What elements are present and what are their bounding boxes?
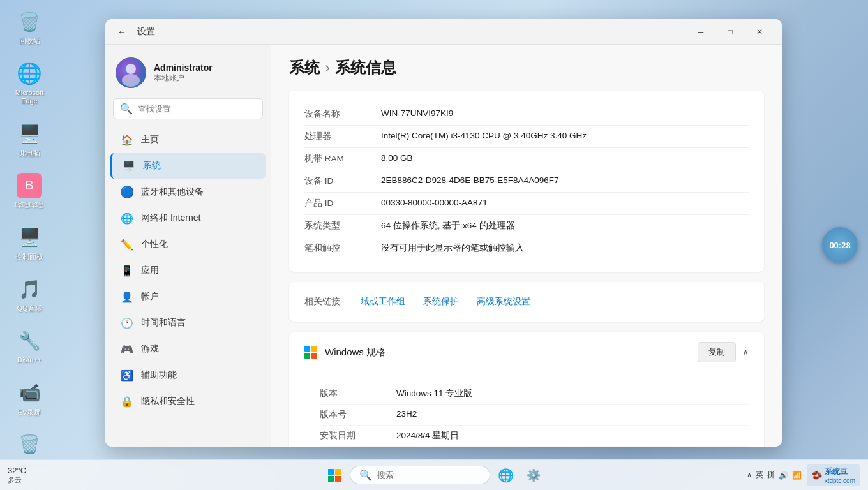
info-value-pen-touch: 没有可用于此显示器的笔或触控输入 bbox=[381, 242, 524, 254]
user-profile[interactable]: Administrator 本地账户 bbox=[105, 52, 271, 98]
back-button[interactable]: ← bbox=[113, 23, 131, 41]
start-button[interactable] bbox=[322, 463, 347, 488]
this-pc-label: 此电脑 bbox=[19, 149, 40, 158]
sidebar-item-personalization[interactable]: ✏️ 个性化 bbox=[110, 232, 266, 257]
sidebar-item-time[interactable]: 🕐 时间和语言 bbox=[110, 310, 266, 336]
lang-cn[interactable]: 拼 bbox=[767, 470, 775, 480]
clock-time: 00:28 bbox=[829, 241, 850, 250]
info-value-system-type: 64 位操作系统, 基于 x64 的处理器 bbox=[381, 220, 515, 232]
network-tray-icon[interactable]: 📶 bbox=[792, 471, 802, 480]
info-label-product-id: 产品 ID bbox=[304, 198, 381, 209]
sidebar-search[interactable]: 🔍 bbox=[113, 98, 263, 119]
spec-label-edition: 版本 bbox=[320, 388, 396, 399]
network-icon: 🌐 bbox=[121, 212, 133, 225]
system-info-card: 设备名称 WIN-77UNVI97KI9 处理器 Intel(R) Core(T… bbox=[289, 91, 764, 272]
geek-icon: 🗑️ bbox=[17, 432, 42, 457]
desktop-icon-this-pc[interactable]: 🖥️ 此电脑 bbox=[6, 119, 52, 160]
window-title: 设置 bbox=[137, 26, 155, 38]
taskbar-settings-button[interactable]: ⚙️ bbox=[521, 463, 546, 488]
specs-header-right: 复制 ∧ bbox=[698, 342, 749, 362]
sidebar-item-home[interactable]: 🏠 主页 bbox=[110, 127, 266, 152]
copy-button[interactable]: 复制 bbox=[698, 342, 736, 362]
info-label-cpu: 处理器 bbox=[304, 131, 381, 142]
rel-link-domain[interactable]: 域或工作组 bbox=[353, 292, 413, 311]
spec-value-install-date: 2024/8/4 星期日 bbox=[396, 430, 459, 442]
home-icon: 🏠 bbox=[121, 133, 133, 146]
rel-link-protection[interactable]: 系统保护 bbox=[415, 292, 467, 311]
sidebar-item-time-label: 时间和语言 bbox=[141, 317, 186, 329]
spec-row-edition: 版本 Windows 11 专业版 bbox=[320, 383, 749, 405]
title-bar: ← 设置 ─ □ ✕ bbox=[105, 19, 782, 45]
maximize-button[interactable]: □ bbox=[715, 22, 745, 42]
taskbar-left: 32°C 多云 bbox=[8, 466, 26, 485]
info-label-pen-touch: 笔和触控 bbox=[304, 242, 381, 254]
info-label-ram: 机带 RAM bbox=[304, 153, 381, 165]
breadcrumb-page: 系统信息 bbox=[335, 57, 396, 78]
user-name: Administrator bbox=[154, 63, 213, 73]
control-panel-icon: 🖥️ bbox=[17, 225, 42, 250]
ev-label: EV录屏 bbox=[18, 408, 41, 417]
taskbar-search-icon: 🔍 bbox=[359, 469, 372, 481]
sidebar-item-accounts-label: 帐户 bbox=[141, 291, 159, 302]
lang-en[interactable]: 英 bbox=[756, 470, 763, 480]
info-label-system-type: 系统类型 bbox=[304, 220, 381, 232]
info-row-device-id: 设备 ID 2EB886C2-D928-4D6E-BB75-E5F8A4A096… bbox=[304, 170, 749, 193]
recycle-bin-label: 回收站 bbox=[19, 37, 40, 45]
sidebar-item-bluetooth[interactable]: 🔵 蓝牙和其他设备 bbox=[110, 179, 266, 205]
chevron-up-tray-icon[interactable]: ∧ bbox=[747, 471, 752, 479]
sidebar-item-accessibility[interactable]: ♿ 辅助功能 bbox=[110, 362, 266, 388]
desktop-icon-ev[interactable]: 📹 EV录屏 bbox=[6, 378, 52, 419]
sidebar-item-accounts[interactable]: 👤 帐户 bbox=[110, 284, 266, 309]
desktop-icon-dism[interactable]: 🔧 Dism++ bbox=[6, 325, 52, 367]
user-info: Administrator 本地账户 bbox=[154, 63, 213, 84]
svg-rect-3 bbox=[328, 469, 334, 475]
close-button[interactable]: ✕ bbox=[745, 22, 774, 42]
desktop-icon-edge[interactable]: 🌐 MicrosoftEdge bbox=[6, 58, 52, 108]
breadcrumb: 系统 › 系统信息 bbox=[289, 57, 764, 78]
sidebar-item-gaming-label: 游戏 bbox=[141, 343, 159, 355]
desktop-icon-recycle-bin[interactable]: 🗑️ 回收站 bbox=[6, 6, 52, 48]
speaker-icon[interactable]: 🔊 bbox=[779, 471, 788, 480]
windows-specs-section: Windows 规格 复制 ∧ 版本 Windows 11 专业版 bbox=[289, 332, 764, 447]
windows-logo-icon bbox=[304, 346, 317, 359]
edge-icon: 🌐 bbox=[17, 61, 42, 86]
weather-temp: 32°C bbox=[8, 466, 26, 475]
taskbar-edge-button[interactable]: 🌐 bbox=[493, 463, 518, 488]
svg-point-1 bbox=[126, 64, 136, 74]
minimize-button[interactable]: ─ bbox=[686, 22, 715, 42]
taskbar-search-input[interactable] bbox=[377, 470, 479, 480]
sidebar-item-network[interactable]: 🌐 网络和 Internet bbox=[110, 205, 266, 231]
info-value-cpu: Intel(R) Core(TM) i3-4130 CPU @ 3.40GHz … bbox=[381, 131, 587, 142]
related-links-label: 相关链接 bbox=[304, 296, 340, 308]
info-value-device-id: 2EB886C2-D928-4D6E-BB75-E5F8A4A096F7 bbox=[381, 175, 558, 187]
desktop-icons-container: 🗑️ 回收站 🌐 MicrosoftEdge 🖥️ 此电脑 B 哔哩哔哩 🖥️ … bbox=[6, 6, 52, 490]
desktop-icon-control-panel[interactable]: 🖥️ 控制面板 bbox=[6, 222, 52, 264]
rel-link-advanced[interactable]: 高级系统设置 bbox=[469, 292, 538, 311]
sidebar-item-gaming[interactable]: 🎮 游戏 bbox=[110, 336, 266, 362]
info-row-pen-touch: 笔和触控 没有可用于此显示器的笔或触控输入 bbox=[304, 237, 749, 259]
sidebar-item-system[interactable]: 🖥️ 系统 bbox=[110, 153, 266, 179]
info-row-system-type: 系统类型 64 位操作系统, 基于 x64 的处理器 bbox=[304, 215, 749, 237]
spec-row-version: 版本号 23H2 bbox=[320, 405, 749, 426]
svg-rect-4 bbox=[335, 469, 341, 475]
sidebar-item-apps[interactable]: 📱 应用 bbox=[110, 258, 266, 283]
breadcrumb-separator: › bbox=[325, 59, 330, 77]
personalization-icon: ✏️ bbox=[121, 238, 133, 251]
specs-content: 版本 Windows 11 专业版 版本号 23H2 安装日期 2024/8/4… bbox=[289, 373, 764, 447]
chevron-up-icon: ∧ bbox=[742, 347, 749, 357]
desktop-icon-bilibili[interactable]: B 哔哩哔哩 bbox=[6, 170, 52, 212]
settings-window: ← 设置 ─ □ ✕ bbox=[105, 19, 782, 447]
gaming-icon: 🎮 bbox=[121, 343, 133, 355]
search-input[interactable] bbox=[138, 104, 256, 114]
specs-header[interactable]: Windows 规格 复制 ∧ bbox=[289, 332, 764, 373]
accounts-icon: 👤 bbox=[121, 290, 133, 303]
spec-value-version: 23H2 bbox=[396, 409, 417, 420]
qq-music-icon: 🎵 bbox=[17, 276, 42, 302]
spec-row-install-date: 安装日期 2024/8/4 星期日 bbox=[320, 426, 749, 447]
taskbar-search[interactable]: 🔍 bbox=[350, 466, 490, 484]
brand-logo[interactable]: 🫘 系统豆 xtdptc.com bbox=[807, 464, 860, 486]
sidebar-item-privacy[interactable]: 🔒 隐私和安全性 bbox=[110, 389, 266, 414]
spec-label-install-date: 安装日期 bbox=[320, 430, 396, 442]
info-value-product-id: 00330-80000-00000-AA871 bbox=[381, 198, 488, 209]
desktop-icon-qq-music[interactable]: 🎵 QQ音乐 bbox=[6, 274, 52, 315]
